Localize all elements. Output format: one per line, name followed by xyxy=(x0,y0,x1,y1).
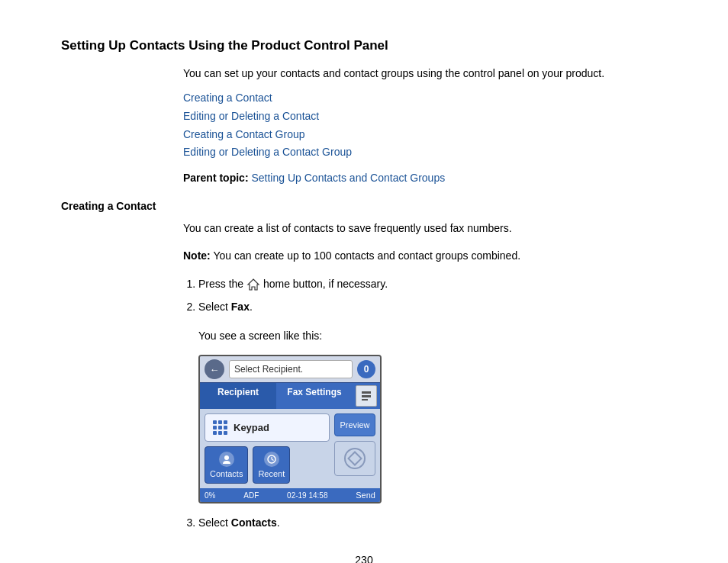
tab-recipient: Recipient xyxy=(200,383,276,409)
link-editing-contact[interactable]: Editing or Deleting a Contact xyxy=(183,108,667,126)
step-2: Select Fax. xyxy=(198,298,667,317)
count-badge: 0 xyxy=(357,360,375,378)
note-label: Note: xyxy=(183,249,211,262)
steps-list-2: Select Contacts. xyxy=(198,514,667,532)
svg-point-3 xyxy=(224,455,229,460)
parent-topic-link[interactable]: Setting Up Contacts and Contact Groups xyxy=(251,172,445,184)
status-time: 02-19 14:58 xyxy=(287,491,327,500)
back-button: ← xyxy=(205,359,224,379)
contacts-button: Contacts xyxy=(205,446,248,484)
steps-list: Press the home button, if necessary. Sel… xyxy=(198,275,667,317)
fax-tabs: Recipient Fax Settings xyxy=(200,382,380,409)
keypad-label: Keypad xyxy=(234,422,269,433)
parent-topic-label: Parent topic: xyxy=(183,172,249,184)
svg-rect-0 xyxy=(362,391,371,394)
section-heading: Creating a Contact xyxy=(61,200,667,212)
page: Setting Up Contacts Using the Product Co… xyxy=(0,0,728,563)
intro-text: You can set up your contacts and contact… xyxy=(183,66,667,82)
fax-main-right: Preview xyxy=(334,413,375,484)
fax-status-bar: 0% ADF 02-19 14:58 Send xyxy=(200,488,380,502)
link-editing-group[interactable]: Editing or Deleting a Contact Group xyxy=(183,143,667,162)
status-adf: ADF xyxy=(243,491,259,500)
link-creating-contact[interactable]: Creating a Contact xyxy=(183,89,667,108)
fax-top-bar: ← Select Recipient. 0 xyxy=(200,356,380,382)
preview-button: Preview xyxy=(334,413,375,436)
step-1: Press the home button, if necessary. xyxy=(198,275,667,294)
fax-main-left: Keypad Contacts xyxy=(205,413,330,484)
tab-icon xyxy=(356,385,377,407)
recent-button: Recent xyxy=(253,446,290,484)
section-body: You can create a list of contacts to sav… xyxy=(183,220,667,532)
fax-main-area: Keypad Contacts xyxy=(200,409,380,488)
contacts-icon xyxy=(219,452,234,467)
note-text: You can create up to 100 contacts and co… xyxy=(213,249,520,262)
screen-caption: You see a screen like this: xyxy=(198,327,667,344)
keypad-button: Keypad xyxy=(205,413,330,442)
keypad-icon xyxy=(213,420,227,435)
step-3: Select Contacts. xyxy=(198,514,667,532)
send-circle xyxy=(344,448,366,469)
page-number: 230 xyxy=(0,554,728,563)
recent-label: Recent xyxy=(258,469,285,478)
send-button xyxy=(334,441,375,476)
fax-screen: ← Select Recipient. 0 Recipient Fax Sett… xyxy=(198,355,382,503)
recipient-field: Select Recipient. xyxy=(229,360,353,378)
note-block: Note: You can create up to 100 contacts … xyxy=(183,247,667,264)
recent-icon xyxy=(264,452,279,467)
status-percent: 0% xyxy=(205,491,215,500)
svg-rect-2 xyxy=(362,399,368,401)
link-list: Creating a Contact Editing or Deleting a… xyxy=(183,89,667,162)
section-intro: You can create a list of contacts to sav… xyxy=(183,220,667,236)
step-3-bold: Contacts xyxy=(231,516,277,529)
svg-rect-1 xyxy=(362,395,371,397)
send-label: Send xyxy=(356,491,375,500)
tab-fax-settings: Fax Settings xyxy=(276,383,353,409)
home-icon xyxy=(246,275,260,294)
send-diamond xyxy=(347,451,362,466)
recipient-placeholder: Select Recipient. xyxy=(234,364,303,375)
contacts-label: Contacts xyxy=(210,469,243,478)
fax-screen-container: ← Select Recipient. 0 Recipient Fax Sett… xyxy=(198,355,667,503)
link-creating-group[interactable]: Creating a Contact Group xyxy=(183,126,667,144)
parent-topic: Parent topic: Setting Up Contacts and Co… xyxy=(183,169,667,188)
page-title: Setting Up Contacts Using the Product Co… xyxy=(61,38,667,53)
count-value: 0 xyxy=(364,364,369,375)
step-1-text: home button, if necessary. xyxy=(263,278,388,290)
step-2-bold: Fax xyxy=(231,301,250,313)
svg-line-6 xyxy=(272,459,274,461)
contacts-recent-row: Contacts Recent xyxy=(205,446,330,484)
